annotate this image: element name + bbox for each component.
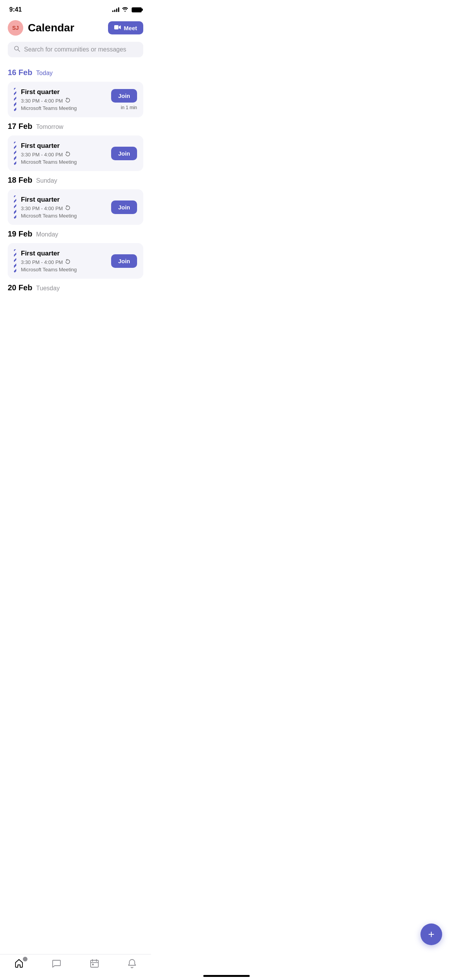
signal-icon bbox=[112, 7, 119, 12]
svg-line-2 bbox=[18, 50, 20, 52]
recurring-icon bbox=[65, 151, 70, 158]
join-button[interactable]: Join bbox=[111, 200, 137, 214]
search-placeholder: Search for communities or messages bbox=[24, 46, 126, 53]
event-title: First quarter bbox=[21, 196, 106, 204]
battery-icon bbox=[132, 7, 142, 12]
event-info: First quarter3:30 PM - 4:00 PMMicrosoft … bbox=[21, 142, 106, 165]
date-day: 19 Feb bbox=[8, 230, 32, 238]
event-actions: Join bbox=[111, 254, 137, 268]
calendar-content: 16 FebTodayFirst quarter3:30 PM - 4:00 P… bbox=[0, 68, 151, 336]
event-time: 3:30 PM - 4:00 PM bbox=[21, 152, 63, 158]
date-label: Monday bbox=[36, 231, 58, 238]
status-bar: 9:41 bbox=[0, 0, 151, 17]
search-bar[interactable]: Search for communities or messages bbox=[8, 42, 143, 57]
svg-rect-0 bbox=[114, 25, 118, 29]
recurring-icon bbox=[65, 205, 70, 212]
date-header-0: 16 FebToday bbox=[8, 68, 143, 77]
event-actions: Joinin 1 min bbox=[111, 89, 137, 110]
event-time: 3:30 PM - 4:00 PM bbox=[21, 206, 63, 211]
date-label: Tuesday bbox=[36, 285, 60, 292]
status-icons bbox=[112, 7, 142, 13]
event-stripe bbox=[14, 195, 16, 219]
event-info: First quarter3:30 PM - 4:00 PMMicrosoft … bbox=[21, 250, 106, 272]
date-header-3: 19 FebMonday bbox=[8, 230, 143, 238]
event-in-time: in 1 min bbox=[121, 105, 137, 110]
event-title: First quarter bbox=[21, 142, 106, 150]
event-time: 3:30 PM - 4:00 PM bbox=[21, 98, 63, 104]
event-time-row: 3:30 PM - 4:00 PM bbox=[21, 259, 106, 266]
join-button[interactable]: Join bbox=[111, 147, 137, 160]
wifi-icon bbox=[122, 7, 129, 13]
date-day: 18 Feb bbox=[8, 176, 32, 185]
event-time-row: 3:30 PM - 4:00 PM bbox=[21, 98, 106, 104]
search-container: Search for communities or messages bbox=[0, 40, 151, 63]
event-actions: Join bbox=[111, 200, 137, 214]
search-icon bbox=[14, 46, 20, 53]
event-card[interactable]: First quarter3:30 PM - 4:00 PMMicrosoft … bbox=[8, 135, 143, 171]
event-actions: Join bbox=[111, 147, 137, 160]
event-time-row: 3:30 PM - 4:00 PM bbox=[21, 205, 106, 212]
join-button[interactable]: Join bbox=[111, 254, 137, 268]
date-header-4: 20 FebTuesday bbox=[8, 283, 143, 292]
status-time: 9:41 bbox=[9, 6, 22, 13]
event-card[interactable]: First quarter3:30 PM - 4:00 PMMicrosoft … bbox=[8, 189, 143, 225]
event-subtitle: Microsoft Teams Meeting bbox=[21, 159, 106, 165]
date-day: 16 Feb bbox=[8, 68, 32, 77]
recurring-icon bbox=[65, 259, 70, 266]
video-icon bbox=[114, 24, 121, 31]
date-label: Today bbox=[36, 70, 53, 77]
event-time-row: 3:30 PM - 4:00 PM bbox=[21, 151, 106, 158]
date-header-1: 17 FebTomorrow bbox=[8, 122, 143, 131]
event-card[interactable]: First quarter3:30 PM - 4:00 PMMicrosoft … bbox=[8, 243, 143, 279]
date-day: 17 Feb bbox=[8, 122, 32, 131]
join-button[interactable]: Join bbox=[111, 89, 137, 103]
event-subtitle: Microsoft Teams Meeting bbox=[21, 267, 106, 272]
date-header-2: 18 FebSunday bbox=[8, 176, 143, 185]
event-stripe bbox=[14, 88, 16, 111]
event-stripe bbox=[14, 249, 16, 272]
date-label: Sunday bbox=[36, 177, 57, 184]
event-subtitle: Microsoft Teams Meeting bbox=[21, 105, 106, 111]
event-time: 3:30 PM - 4:00 PM bbox=[21, 259, 63, 265]
meet-button[interactable]: Meet bbox=[108, 21, 143, 34]
event-info: First quarter3:30 PM - 4:00 PMMicrosoft … bbox=[21, 88, 106, 111]
event-info: First quarter3:30 PM - 4:00 PMMicrosoft … bbox=[21, 196, 106, 219]
date-day: 20 Feb bbox=[8, 283, 32, 292]
page-title: Calendar bbox=[28, 22, 103, 34]
date-label: Tomorrow bbox=[36, 123, 63, 130]
event-subtitle: Microsoft Teams Meeting bbox=[21, 213, 106, 219]
event-stripe bbox=[14, 142, 16, 165]
avatar[interactable]: SJ bbox=[8, 20, 23, 36]
event-title: First quarter bbox=[21, 88, 106, 96]
header: SJ Calendar Meet bbox=[0, 17, 151, 40]
event-title: First quarter bbox=[21, 250, 106, 257]
event-card[interactable]: First quarter3:30 PM - 4:00 PMMicrosoft … bbox=[8, 82, 143, 117]
recurring-icon bbox=[65, 98, 70, 104]
